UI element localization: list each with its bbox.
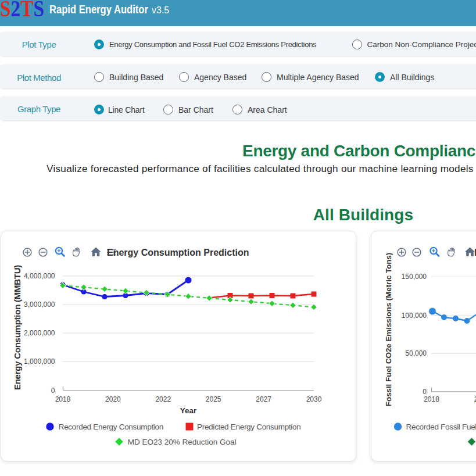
svg-text:2018: 2018 xyxy=(424,395,439,403)
svg-text:Recorded Energy Consumption: Recorded Energy Consumption xyxy=(59,423,163,431)
svg-text:Fossil Fuel CO2e Emissions (Me: Fossil Fuel CO2e Emissions (Metric Tons) xyxy=(384,253,393,406)
svg-text:1,000,000: 1,000,000 xyxy=(24,357,55,366)
svg-text:2022: 2022 xyxy=(155,395,171,403)
svg-text:2025: 2025 xyxy=(206,395,221,403)
svg-text:4,000,000: 4,000,000 xyxy=(24,272,55,280)
svg-text:2018: 2018 xyxy=(55,395,71,403)
svg-text:2020: 2020 xyxy=(474,395,476,403)
svg-text:100,000: 100,000 xyxy=(402,312,427,320)
svg-text:Year: Year xyxy=(180,406,197,415)
svg-text:Energy Consumption Prediction: Energy Consumption Prediction xyxy=(107,248,249,257)
svg-text:2027: 2027 xyxy=(256,395,271,403)
svg-text:MD EO23 20% Reduction Goal: MD EO23 20% Reduction Goal xyxy=(128,438,237,446)
svg-text:Predicted Energy Consumption: Predicted Energy Consumption xyxy=(197,423,300,431)
svg-text:2030: 2030 xyxy=(306,395,322,403)
svg-text:3,000,000: 3,000,000 xyxy=(24,300,55,309)
svg-text:Energy Consumption (MMBTU): Energy Consumption (MMBTU) xyxy=(12,265,22,390)
svg-text:50,000: 50,000 xyxy=(405,349,427,357)
svg-text:2020: 2020 xyxy=(105,395,121,403)
svg-text:Recorded Fossil Fuel CO2e Emis: Recorded Fossil Fuel CO2e Emissions xyxy=(406,423,476,431)
svg-text:2,000,000: 2,000,000 xyxy=(24,329,55,337)
svg-text:0: 0 xyxy=(51,386,55,395)
svg-text:150,000: 150,000 xyxy=(402,273,427,281)
